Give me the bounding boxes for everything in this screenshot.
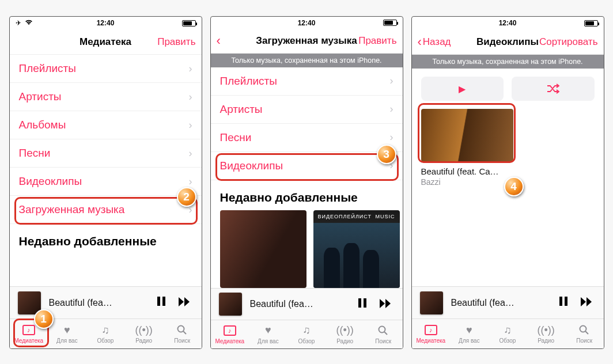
row-label: Загруженная музыка xyxy=(19,203,125,216)
row-albums[interactable]: Альбомы› xyxy=(10,111,202,139)
chevron-right-icon: › xyxy=(189,63,192,75)
tab-label: Радио xyxy=(538,338,554,344)
row-playlists[interactable]: Плейлисты› xyxy=(10,55,202,83)
tab-label: Радио xyxy=(336,338,353,344)
nav-title: Видеоклипы xyxy=(476,36,539,48)
status-time: 12:40 xyxy=(298,19,316,27)
recents-artwork-row: ВИДЕОПЛЕЙЛИСТMUSIC xyxy=(211,210,403,289)
mini-player[interactable]: Beautiful (fea… xyxy=(412,286,604,318)
apple-music-badge: MUSIC xyxy=(376,214,395,219)
phone-screen-3: 12:40 ‹Назад Видеоклипы Сортировать Толь… xyxy=(411,16,604,349)
mini-player-title: Beautiful (fea… xyxy=(49,298,146,308)
note-icon: ♫ xyxy=(300,324,313,337)
tab-browse[interactable]: ♫Обзор xyxy=(287,320,326,348)
heart-icon: ♥ xyxy=(60,324,74,336)
svg-rect-9 xyxy=(565,297,567,306)
playlist-badge: ВИДЕОПЛЕЙЛИСТ xyxy=(318,214,372,219)
row-songs[interactable]: Песни› xyxy=(10,139,202,168)
shuffle-button[interactable] xyxy=(512,77,595,101)
artwork-thumb[interactable] xyxy=(220,210,306,289)
chevron-right-icon: › xyxy=(390,103,393,115)
video-item[interactable]: Beautiful (feat. Ca… Bazzi xyxy=(421,109,513,187)
heart-icon: ♥ xyxy=(462,324,476,336)
play-button[interactable]: ▶ xyxy=(421,77,504,101)
tab-label: Обзор xyxy=(298,338,315,344)
tab-search[interactable]: Поиск xyxy=(163,319,202,348)
tab-bar: Медиатека ♥Для вас ♫Обзор ((•))Радио Пои… xyxy=(412,318,604,348)
tab-label: Для вас xyxy=(56,338,78,344)
tab-foryou[interactable]: ♥Для вас xyxy=(450,319,489,348)
tab-label: Медиатека xyxy=(215,338,244,344)
pause-icon[interactable] xyxy=(557,296,570,309)
svg-point-2 xyxy=(178,326,184,332)
search-icon xyxy=(577,324,591,336)
forward-icon[interactable] xyxy=(578,296,596,309)
info-banner: Только музыка, сохраненная на этом iPhon… xyxy=(211,54,403,67)
row-playlists[interactable]: Плейлисты› xyxy=(211,67,403,96)
info-banner: Только музыка, сохраненная на этом iPhon… xyxy=(412,55,604,69)
back-button[interactable]: ‹Назад xyxy=(418,36,476,48)
heart-icon: ♥ xyxy=(261,324,275,337)
mini-player-title: Beautiful (fea… xyxy=(250,299,347,309)
tab-search[interactable]: Поиск xyxy=(565,319,604,348)
battery-icon xyxy=(584,20,598,26)
step-badge-3: 3 xyxy=(377,145,396,164)
tab-foryou[interactable]: ♥Для вас xyxy=(48,319,86,348)
pause-icon[interactable] xyxy=(154,296,168,309)
svg-point-10 xyxy=(580,326,586,332)
status-time: 12:40 xyxy=(499,19,517,27)
artwork-thumb[interactable]: ВИДЕОПЛЕЙЛИСТMUSIC xyxy=(313,210,400,289)
row-artists[interactable]: Артисты› xyxy=(211,96,403,124)
phone-screen-1: ✈ 12:40 Медиатека Править Плейлисты› Арт… xyxy=(9,16,202,349)
tab-bar: Медиатека ♥Для вас ♫Обзор ((•))Радио Пои… xyxy=(211,320,403,348)
library-icon xyxy=(425,325,437,335)
row-videos[interactable]: Видеоклипы› xyxy=(211,152,403,180)
chevron-right-icon: › xyxy=(189,176,192,188)
row-label: Артисты xyxy=(220,103,263,116)
back-label: Назад xyxy=(423,36,451,48)
tab-radio[interactable]: ((•))Радио xyxy=(527,319,565,348)
edit-button[interactable]: Править xyxy=(131,36,195,48)
battery-icon xyxy=(182,20,196,26)
chevron-left-icon: ‹ xyxy=(418,36,422,48)
tab-search[interactable]: Поиск xyxy=(364,320,403,348)
row-label: Видеоклипы xyxy=(220,160,283,172)
row-songs[interactable]: Песни› xyxy=(211,124,403,152)
svg-line-7 xyxy=(384,332,387,335)
row-videos[interactable]: Видеоклипы› xyxy=(10,168,202,196)
forward-icon[interactable] xyxy=(176,296,194,309)
tab-radio[interactable]: ((•))Радио xyxy=(326,320,364,348)
back-button[interactable]: ‹ xyxy=(217,35,256,47)
chevron-right-icon: › xyxy=(189,147,192,160)
pause-icon[interactable] xyxy=(355,298,369,311)
tab-browse[interactable]: ♫Обзор xyxy=(86,319,125,348)
svg-rect-4 xyxy=(358,298,361,308)
phone-screen-2: 12:40 ‹ Загруженная музыка Править Тольк… xyxy=(210,16,403,349)
chevron-right-icon: › xyxy=(390,131,393,143)
wifi-icon xyxy=(25,19,33,27)
row-label: Плейлисты xyxy=(19,62,76,75)
nav-title: Загруженная музыка xyxy=(256,35,357,47)
tab-library[interactable]: Медиатека xyxy=(412,319,451,348)
svg-line-11 xyxy=(585,331,588,334)
tab-label: Медиатека xyxy=(14,338,43,344)
radio-icon: ((•)) xyxy=(137,324,151,336)
tab-label: Поиск xyxy=(576,338,592,344)
video-title: Beautiful (feat. Ca… xyxy=(421,166,513,176)
chevron-left-icon: ‹ xyxy=(217,35,221,47)
row-artists[interactable]: Артисты› xyxy=(10,83,202,111)
edit-button[interactable]: Править xyxy=(357,35,397,47)
tab-radio[interactable]: ((•))Радио xyxy=(124,319,163,348)
tab-browse[interactable]: ♫Обзор xyxy=(489,319,527,348)
radio-icon: ((•)) xyxy=(539,324,553,336)
forward-icon[interactable] xyxy=(377,298,395,311)
row-downloaded-music[interactable]: Загруженная музыка› xyxy=(10,196,202,224)
airplane-icon: ✈ xyxy=(16,19,21,27)
mini-player-artwork xyxy=(18,291,41,314)
row-label: Артисты xyxy=(19,90,62,103)
sort-button[interactable]: Сортировать xyxy=(539,36,597,48)
mini-player[interactable]: Beautiful (fea… xyxy=(211,288,403,319)
downloaded-list: Плейлисты› Артисты› Песни› Видеоклипы› xyxy=(211,67,403,180)
tab-library[interactable]: Медиатека xyxy=(211,320,249,348)
tab-foryou[interactable]: ♥Для вас xyxy=(249,320,287,348)
